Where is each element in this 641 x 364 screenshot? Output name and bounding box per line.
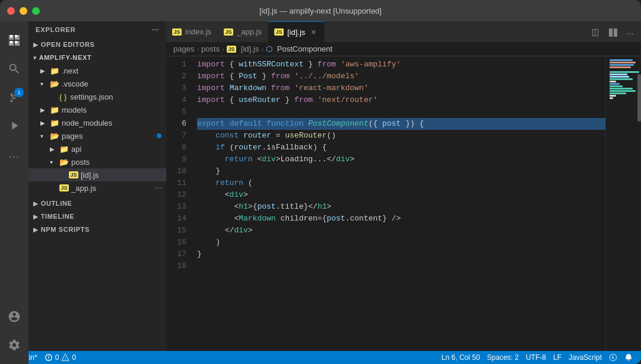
chevron-right-icon: ▶ [50,146,59,152]
tree-item-api[interactable]: ▶ 📁 api [28,142,166,155]
status-remote-icon[interactable] [605,353,621,362]
tab-close-button[interactable]: × [309,27,318,37]
tree-item-app-js[interactable]: JS _app.js ··· [28,181,166,194]
section-project[interactable]: ▾ AMPLIFY-NEXT [28,51,166,64]
folder-icon: 📁 [59,145,69,154]
split-editor-icon[interactable] [588,25,602,42]
json-file-icon: { } [59,92,66,101]
tree-item-posts[interactable]: ▾ 📂 posts [28,155,166,168]
chevron-down-icon: ▾ [33,55,37,61]
sidebar-more-icon[interactable]: ··· [152,26,159,33]
code-line-14: <Markdown children={post.content} /> [197,213,605,225]
tree-item-id-js[interactable]: JS [id].js [28,168,166,181]
chevron-right-icon: ▶ [33,213,39,220]
sidebar-title: EXPLORER [36,26,76,33]
code-line-8: if (router.isFallback) { [197,142,605,154]
activity-more[interactable]: ··· [0,142,28,171]
status-errors[interactable]: 0 ! 0 [41,351,80,364]
minimize-button[interactable] [20,7,27,15]
window-title: [id].js — amplify-next [Unsupported] [259,7,382,15]
titlebar: [id].js — amplify-next [Unsupported] [0,0,641,21]
source-control-badge: 1 [14,88,24,97]
tree-item-vscode[interactable]: ▾ 📂 .vscode [28,77,166,90]
chevron-right-icon: ▶ [40,107,50,113]
code-line-17: } [197,248,605,260]
breadcrumb: pages › posts › JS [id].js › ⬡ PostCompo… [166,42,641,56]
tree-item-pages[interactable]: ▾ 📂 pages [28,129,166,142]
window-controls[interactable] [7,7,40,15]
section-open-editors[interactable]: ▶ OPEN EDITORS [28,38,166,51]
status-right: Ln 6, Col 50 Spaces: 2 UTF-8 LF JavaScri… [438,353,636,362]
editor-layout-icon[interactable] [606,25,620,42]
tab-index-js[interactable]: JS index.js [166,21,218,42]
code-line-2: import { Post } from '../../models' [197,71,605,82]
js-breadcrumb-icon: JS [227,46,236,53]
tree-item-settings-json[interactable]: { } settings.json [28,90,166,103]
main-content: EXPLORER ··· ▶ OPEN EDITORS ▾ AMPLIFY-NE… [28,21,641,351]
chevron-right-icon: ▶ [33,226,39,233]
activity-settings[interactable] [0,331,28,359]
maximize-button[interactable] [32,7,40,15]
folder-open-icon: 📂 [50,132,59,141]
tree-item-models[interactable]: ▶ 📁 models [28,103,166,116]
status-spaces[interactable]: Spaces: 2 [484,353,522,362]
svg-rect-0 [609,28,613,37]
code-line-12: <div> [197,189,605,201]
line-numbers: 1 2 3 4 5 6 7 8 9 10 11 12 13 14 15 16 1 [166,56,192,351]
more-actions-icon[interactable]: ··· [155,183,163,193]
chevron-down-icon: ▾ [40,133,50,139]
modified-dot [157,133,161,138]
code-content[interactable]: import { withSSRContext } from 'aws-ampl… [192,56,605,351]
chevron-down-icon: ▾ [40,81,50,87]
code-line-11: return ( [197,177,605,189]
svg-text:!: ! [65,356,66,360]
activity-search[interactable] [0,55,28,83]
code-line-10: } [197,165,605,177]
activity-accounts[interactable] [0,302,28,331]
status-notification-icon[interactable] [621,353,636,362]
tab-bar: JS index.js JS _app.js JS [id].js × [166,21,641,42]
folder-open-icon: 📂 [59,158,69,167]
more-actions-tab-icon[interactable]: ··· [624,26,636,41]
js-file-icon: JS [69,171,78,178]
section-npm-scripts[interactable]: ▶ NPM SCRIPTS [28,223,166,236]
chevron-down-icon: ▾ [50,159,59,165]
js-icon-index: JS [172,28,182,36]
code-line-6: export default function PostComponent({ … [197,118,605,130]
chevron-right-icon: ▶ [33,200,39,207]
status-encoding[interactable]: UTF-8 [522,353,550,362]
svg-rect-1 [614,28,617,37]
folder-icon: 📁 [50,119,59,127]
tree-item-node-modules[interactable]: ▶ 📁 node_modules [28,116,166,129]
tree-item-next[interactable]: ▶ 📁 .next [28,64,166,77]
editor-area: JS index.js JS _app.js JS [id].js × [166,21,641,351]
tab-id-js[interactable]: JS [id].js × [268,21,325,42]
status-cursor[interactable]: Ln 6, Col 50 [438,353,484,362]
section-outline[interactable]: ▶ OUTLINE [28,197,166,210]
scrollbar-thumb[interactable] [637,74,641,122]
code-line-16: ) [197,237,605,248]
activity-source-control[interactable]: 1 [0,83,28,111]
code-area[interactable]: 1 2 3 4 5 6 7 8 9 10 11 12 13 14 15 16 1 [166,56,641,351]
status-eol[interactable]: LF [550,353,565,362]
activity-run[interactable] [0,111,28,140]
sidebar: EXPLORER ··· ▶ OPEN EDITORS ▾ AMPLIFY-NE… [28,21,166,351]
sidebar-header: EXPLORER ··· [28,21,166,38]
js-file-icon-app: JS [59,184,69,191]
breadcrumb-sep: › [196,46,199,53]
activity-explorer[interactable] [0,26,28,55]
code-line-15: </div> [197,225,605,237]
section-timeline[interactable]: ▶ TIMELINE [28,210,166,223]
tab-toolbar: ··· [583,25,641,42]
chevron-right-icon: ▶ [33,41,39,48]
close-button[interactable] [7,7,15,15]
code-line-18 [197,260,605,272]
js-icon-id: JS [274,28,284,36]
status-language[interactable]: JavaScript [565,353,605,362]
activity-bottom [0,302,28,364]
svg-point-4 [48,359,49,359]
chevron-right-icon: ▶ [40,120,50,126]
folder-open-icon: 📂 [50,79,59,88]
code-line-13: <h1>{post.title}</h1> [197,201,605,213]
tab-app-js[interactable]: JS _app.js [218,21,268,42]
